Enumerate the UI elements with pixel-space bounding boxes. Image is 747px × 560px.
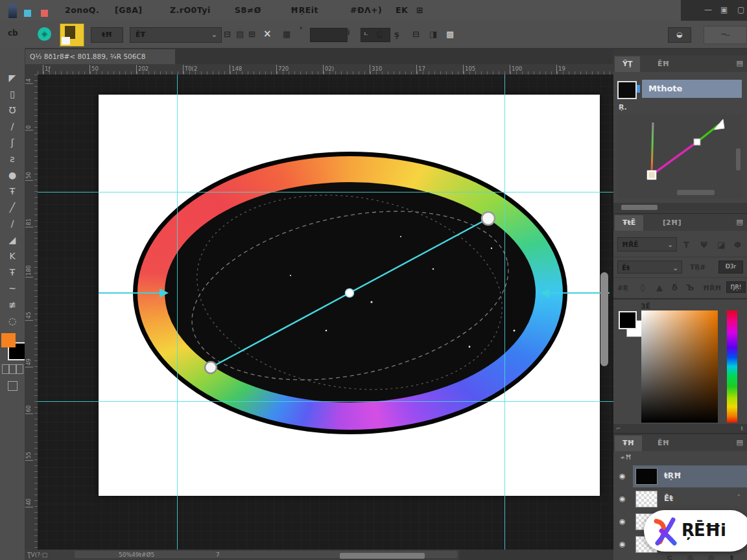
shape-icon[interactable]: Φ [734,240,741,250]
warp-icon[interactable]: Ψ [700,240,707,250]
vertical-ruler[interactable]: 4 0 50 81 180 45 49 60 55 40 [25,75,38,550]
new-layer-icon[interactable]: ŧ [730,554,733,560]
layer-name[interactable]: Ēŧ [664,494,673,503]
marquee-tool[interactable]: ▯ [0,89,25,99]
panel-scrollbar[interactable] [613,203,747,212]
visibility-eye-icon[interactable]: ◉ [619,540,626,548]
eraser-icon[interactable]: Ъ [686,283,694,292]
panel-menu-icon[interactable]: ▤ [737,438,743,447]
pen-tool[interactable]: K [0,251,25,261]
menu-select[interactable]: ĦŖEit [290,5,318,15]
canvas-vertical-scrollbar[interactable] [600,272,608,366]
style-select[interactable]: Ēŧ⌄ [617,261,682,274]
hue-slider[interactable] [727,310,737,423]
workspace-red-icon[interactable] [41,10,48,17]
zoom-level-text[interactable]: ƮV(?·□ [27,552,47,558]
layer-thumbnail[interactable] [635,491,658,508]
scrollbar-thumb[interactable] [621,205,658,210]
home-button[interactable]: cb [8,29,18,38]
menu-layer[interactable]: S8≠Ø [235,5,261,15]
gradient-midpoint-handle[interactable] [346,289,354,298]
visibility-eye-icon[interactable]: ◉ [619,472,626,480]
type-icon[interactable]: T [683,240,689,250]
canvas-viewport[interactable] [38,75,613,550]
foreground-color-swatch[interactable] [1,333,16,347]
curve-graph[interactable] [617,115,742,199]
lasso-tool[interactable]: Ʊ [0,105,25,115]
tool-preset-button[interactable]: ŧĦ [91,27,123,43]
horizontal-ruler[interactable]: 1ƒ 50 202 T0(2 148 720 02) 310 17 105 10… [38,64,613,75]
crop-tool[interactable]: ∕ [0,121,25,132]
menu-file[interactable]: 2onoQ. [65,5,99,15]
restore-icon[interactable]: ▣ [720,5,728,14]
zoom-tool[interactable]: ◌ [0,316,25,326]
chevron-up-icon[interactable]: ˆ [737,494,741,502]
tab-curves[interactable]: ŸŢ [615,56,640,72]
cloud-sync-button[interactable]: ◒ [668,27,691,43]
workspace-cyan-icon[interactable] [24,10,31,17]
gradient-angle-icon[interactable]: ⊞ [248,29,255,39]
tab-info[interactable]: ĒĦ [650,56,677,72]
foreground-color-swatch[interactable] [619,311,637,329]
menu-window[interactable]: ⊞ [416,5,423,15]
adjustment-thumbnail[interactable] [617,81,637,99]
bucket-icon[interactable]: δ [672,283,678,292]
method-icon[interactable]: ◨ [429,29,437,39]
close-icon[interactable]: ▢ [737,5,744,14]
menu-view[interactable]: EK [396,5,408,15]
type-tool[interactable]: Ŧ [0,267,25,277]
screen-mode-icon[interactable] [2,364,9,374]
layer-row[interactable]: ◉ ŧŖĦ [613,465,747,487]
layer-thumbnail[interactable] [635,468,658,485]
opacity-field[interactable] [310,28,348,42]
layer-row[interactable]: ◉ Ēŧ ˆ [613,488,747,510]
saturation-value-field[interactable] [641,310,718,423]
quick-mask-icon[interactable] [8,381,18,391]
stamp-tool[interactable]: Ŧ [0,186,25,196]
scrollbar-thumb[interactable] [340,553,425,559]
pressed-option-icon[interactable]: ▩ [446,29,454,39]
mask-icon[interactable]: ◎ [708,554,715,560]
dither-icon[interactable]: ş [394,29,399,39]
link-icon[interactable]: ⊂ [667,554,672,560]
visibility-eye-icon[interactable]: ◉ [619,495,626,503]
line-tool[interactable]: ∕ [0,218,25,229]
tab-properties[interactable]: ŦŧĒ [615,215,643,231]
fx-icon[interactable]: ◎ [687,554,694,560]
layer-name[interactable]: ŧŖĦ [664,471,682,480]
panel-menu-icon[interactable]: ▤ [737,59,743,67]
brush-icon[interactable]: ▲ [656,283,663,292]
panel-menu-icon[interactable]: ▤ [737,218,743,226]
workspace-switch-button[interactable]: ¬– [704,26,747,44]
pen-icon[interactable]: ◊ [641,283,645,292]
gradient-picker-dropdown[interactable]: ĒŦ ⌄ [130,27,222,43]
align-value-field[interactable]: ŊŖ! [726,281,746,293]
size-value-field[interactable]: Ð3r [718,261,743,274]
tab-channels[interactable]: ĒĦ [650,436,677,451]
screen-mode-icon[interactable] [16,364,23,374]
graph-hscroll-thumb[interactable] [677,190,715,195]
mask-icon[interactable]: ◪ [717,240,725,250]
menu-filter[interactable]: #ĐΛ+) [350,5,382,15]
gradient-end-handle[interactable] [482,212,495,225]
filter-label[interactable]: ≁Ħ [620,454,632,461]
transparency-icon[interactable]: ⊟ [412,29,420,39]
graph-vscroll-thumb[interactable] [736,148,741,170]
move-tool[interactable]: ◤ [0,73,25,83]
minimize-icon[interactable]: — [704,5,712,14]
gradient-radial-icon[interactable]: ▤ [236,29,244,39]
visibility-eye-icon[interactable]: ◉ [619,517,626,526]
curve-mid-handle[interactable] [694,139,700,145]
menu-image[interactable]: Z.rO0Tyi [170,5,211,15]
active-tool-swatch[interactable] [60,23,84,47]
clone-tool[interactable]: ƨ [0,154,25,164]
tab-adjustments[interactable]: [2Ħ] [655,215,689,231]
tab-layers[interactable]: ŦĦ [615,436,642,451]
reverse-icon[interactable]: ⊑ [376,29,383,39]
gradient-start-handle[interactable] [205,362,217,373]
share-badge-icon[interactable]: ◈ [38,27,51,41]
gradient-tool[interactable]: ╱ [0,202,25,213]
curve-start-handle[interactable] [648,171,656,179]
menu-edit[interactable]: [G8A] [115,5,143,15]
resize-icon[interactable]: ŧ [741,425,743,432]
